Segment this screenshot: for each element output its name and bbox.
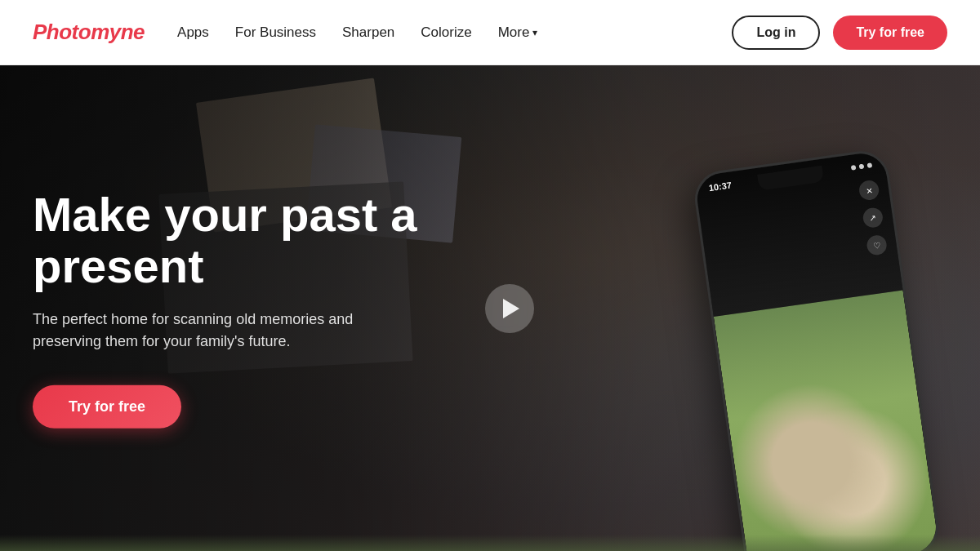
logo[interactable]: Photomyne [33,20,145,45]
nav-item-sharpen[interactable]: Sharpen [342,24,394,41]
nav-link-apps[interactable]: Apps [177,24,209,40]
hero-bottom-strip [0,535,980,551]
navbar-left: Photomyne Apps For Business Sharpen Colo… [33,20,537,45]
phone-share-icon: ↗ [862,207,884,229]
try-free-nav-button[interactable]: Try for free [833,16,947,50]
nav-links: Apps For Business Sharpen Colorize More … [177,24,537,41]
phone-family-photo [714,290,939,551]
chevron-down-icon: ▾ [532,27,537,38]
phone-wifi-icon [859,164,865,170]
nav-link-more[interactable]: More ▾ [498,24,538,41]
phone-close-icon: ✕ [858,179,880,201]
phone-battery-icon [867,162,873,168]
phone-heart-icon: ♡ [866,234,888,256]
try-free-hero-button[interactable]: Try for free [33,385,181,429]
phone-time: 10:37 [708,180,733,193]
nav-item-apps[interactable]: Apps [177,24,209,41]
nav-link-colorize[interactable]: Colorize [421,24,471,40]
phone-icons [851,162,873,171]
phone-signal-icon [851,165,857,171]
login-button[interactable]: Log in [732,16,820,50]
nav-item-more[interactable]: More ▾ [498,24,538,41]
hero-section: 10:37 ✕ ↗ ♡ Make your past a present [0,65,980,551]
nav-link-for-business[interactable]: For Business [235,24,316,40]
navbar-right: Log in Try for free [732,16,947,50]
nav-link-sharpen[interactable]: Sharpen [342,24,394,40]
play-button[interactable] [485,284,534,333]
nav-item-colorize[interactable]: Colorize [421,24,471,41]
nav-item-for-business[interactable]: For Business [235,24,316,41]
navbar: Photomyne Apps For Business Sharpen Colo… [0,0,980,65]
hero-subtitle: The perfect home for scanning old memori… [33,309,376,353]
hero-title: Make your past a present [33,188,490,292]
hero-content: Make your past a present The perfect hom… [33,188,490,429]
play-icon [503,299,519,318]
